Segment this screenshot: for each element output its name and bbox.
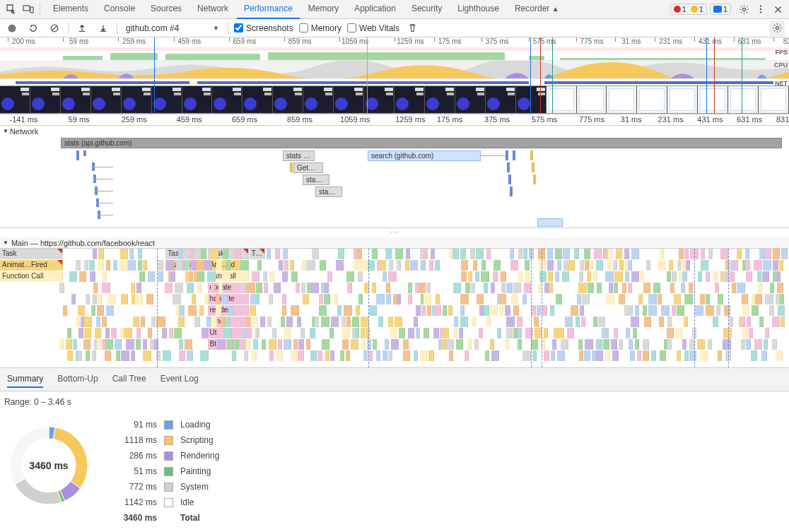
checkbox-webvitals[interactable]: Web Vitals	[347, 23, 399, 33]
warning-icon	[691, 6, 698, 13]
tab-console[interactable]: Console	[97, 0, 142, 19]
cb-screenshots-label: Screenshots	[246, 23, 293, 33]
svg-rect-0	[23, 6, 30, 11]
summary-panel: 3460 ms 91 msLoading1118 msScripting286 …	[0, 413, 789, 532]
error-icon	[674, 6, 681, 13]
info-icon	[713, 6, 722, 13]
inspect-icon[interactable]	[3, 1, 20, 18]
net-bar-sta2[interactable]: sta…	[315, 187, 342, 197]
profile-select-label: github.com #4	[126, 23, 179, 33]
save-profile-button[interactable]	[95, 20, 111, 36]
issues-badge[interactable]: 1	[710, 4, 731, 15]
svg-point-8	[776, 26, 778, 29]
resize-handle[interactable]: ⋯	[0, 228, 789, 237]
tab-bottomup[interactable]: Bottom-Up	[57, 371, 98, 388]
main-thread-header[interactable]: ▼ Main — https://github.com/facebook/rea…	[0, 237, 789, 249]
chevron-down-icon: ▼	[213, 25, 219, 32]
donut-total-label: 3460 ms	[3, 420, 95, 512]
tab-memory[interactable]: Memory	[301, 0, 346, 19]
network-section-header[interactable]: ▼ Network	[0, 126, 789, 136]
cb-memory-label: Memory	[311, 23, 341, 33]
load-profile-button[interactable]	[74, 20, 90, 36]
checkbox-screenshots[interactable]: Screenshots	[234, 23, 293, 33]
svg-point-6	[8, 24, 16, 32]
fps-row: FPS	[0, 47, 789, 60]
device-toggle-icon[interactable]	[20, 1, 37, 18]
timeline-overview[interactable]: 200 ms59 ms259 ms459 ms659 ms859 ms1059 …	[0, 37, 789, 114]
disclosure-triangle-icon: ▼	[3, 240, 8, 246]
network-waterfall[interactable]: stats (api.github.com) stats … search (g…	[0, 136, 789, 228]
cpu-label: CPU	[774, 61, 788, 69]
details-tabs: Summary Bottom-Up Call Tree Event Log	[0, 367, 789, 391]
tab-calltree[interactable]: Call Tree	[112, 371, 146, 388]
tab-security[interactable]: Security	[404, 0, 449, 19]
net-row: NET	[0, 78, 789, 85]
clear-button[interactable]	[47, 20, 62, 36]
capture-settings-icon[interactable]	[769, 20, 785, 36]
record-button[interactable]	[4, 20, 20, 36]
main-thread-title: Main — https://github.com/facebook/react	[11, 239, 155, 247]
info-count: 1	[723, 5, 727, 13]
net-bar-sta1[interactable]: sta…	[303, 175, 329, 185]
net-label: NET	[775, 80, 788, 87]
fps-label: FPS	[775, 49, 788, 56]
tab-application[interactable]: Application	[347, 0, 403, 19]
tab-summary[interactable]: Summary	[7, 371, 43, 388]
tab-performance[interactable]: Performance	[237, 0, 300, 19]
error-count: 1	[682, 5, 686, 13]
net-bar-stats-api[interactable]: stats (api.github.com)	[61, 138, 782, 148]
summary-donut: 3460 ms	[3, 420, 95, 512]
svg-rect-1	[30, 7, 33, 13]
filmstrip	[0, 85, 789, 114]
profile-select[interactable]: github.com #4 ▼	[123, 23, 222, 33]
tab-eventlog[interactable]: Event Log	[160, 371, 199, 388]
svg-point-4	[760, 8, 761, 10]
close-icon[interactable]	[769, 1, 786, 18]
devtools-tabbar: Elements Console Sources Network Perform…	[0, 0, 789, 19]
more-icon[interactable]	[752, 1, 769, 18]
cpu-row: CPU	[0, 60, 789, 78]
cb-webvitals-label: Web Vitals	[359, 23, 399, 33]
performance-toolbar: github.com #4 ▼ Screenshots Memory Web V…	[0, 19, 789, 37]
network-section-title: Network	[10, 127, 38, 136]
flame-chart[interactable]: TaskTaskTaskT…Animat…FiredRu…ksAni…edFun…	[0, 249, 789, 367]
net-bar-search[interactable]: search (github.com)	[368, 150, 481, 161]
panel-tabs: Elements Console Sources Network Perform…	[46, 0, 566, 19]
overview-ruler-bottom: -141 ms59 ms259 ms459 ms659 ms859 ms1059…	[0, 114, 789, 126]
warning-count: 1	[699, 5, 703, 13]
net-bar-get[interactable]: Get…	[293, 162, 323, 173]
disclosure-triangle-icon: ▼	[3, 128, 8, 134]
console-badges[interactable]: 1 1	[670, 4, 707, 15]
tab-sources[interactable]: Sources	[144, 0, 189, 19]
settings-icon[interactable]	[735, 1, 752, 18]
tab-lighthouse[interactable]: Lighthouse	[450, 0, 506, 19]
svg-point-2	[742, 8, 745, 11]
range-label: Range: 0 – 3.46 s	[0, 391, 789, 413]
delete-profile-button[interactable]	[405, 20, 421, 36]
net-bar-stats[interactable]: stats …	[283, 150, 315, 161]
tab-elements[interactable]: Elements	[46, 0, 95, 19]
net-bar-extra[interactable]	[537, 218, 563, 227]
reload-record-button[interactable]	[25, 20, 41, 36]
summary-legend: 91 msLoading1118 msScripting286 msRender…	[115, 420, 219, 523]
tab-network[interactable]: Network	[190, 0, 235, 19]
svg-point-5	[760, 11, 761, 13]
tab-recorder[interactable]: Recorder ▲	[508, 0, 566, 19]
overview-ruler-top: 200 ms59 ms259 ms459 ms659 ms859 ms1059 …	[0, 37, 789, 47]
svg-point-3	[760, 5, 761, 6]
checkbox-memory[interactable]: Memory	[299, 23, 341, 33]
